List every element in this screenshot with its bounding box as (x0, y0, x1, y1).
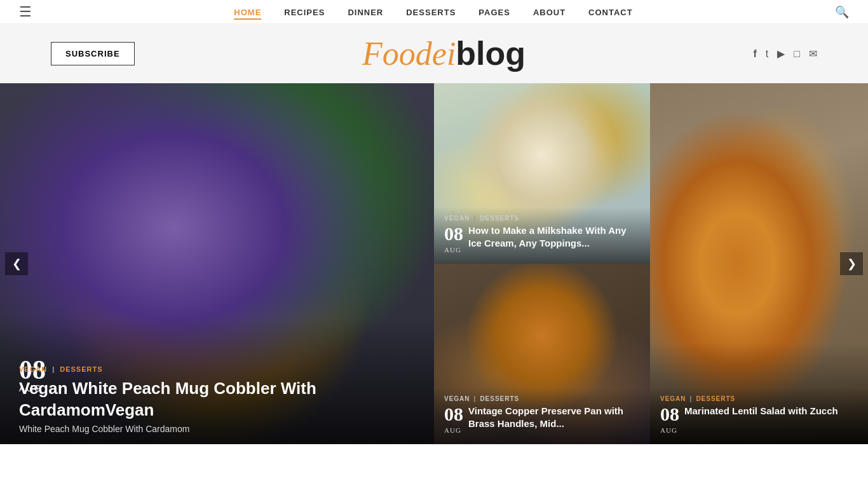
search-icon[interactable]: 🔍 (835, 5, 849, 19)
logo-blog: blog (456, 35, 526, 72)
nav-item-pages[interactable]: PAGES (478, 6, 510, 18)
logo-i: i (447, 36, 456, 72)
main-tag-vegan: VEGAN (19, 365, 47, 373)
right-top-tag-divider: | (474, 215, 477, 222)
social-icons-group: f t ▶ □ ✉ (754, 48, 817, 60)
main-tag-divider: | (52, 365, 55, 373)
right-top-date: 08 AUG How to Make a Milkshake With Any … (444, 224, 640, 254)
right-bottom-tags: VEGAN | DESSERTS (444, 395, 640, 402)
nav-item-dinner[interactable]: DINNER (348, 6, 383, 18)
site-logo: Foodeiblog (362, 37, 526, 71)
far-right-tag-divider: | (690, 395, 693, 402)
right-top-tag-desserts: DESSERTS (480, 215, 519, 222)
site-header: SUBSCRIBE Foodeiblog f t ▶ □ ✉ (0, 24, 868, 83)
main-slide-title[interactable]: Vegan White Peach Mug Cobbler With Carda… (19, 378, 421, 421)
main-slide: 08 AUG VEGAN | DESSERTS Vegan White Peac… (0, 83, 434, 444)
menu-icon[interactable]: ☰ (19, 4, 32, 20)
slider-prev-button[interactable]: ❮ (5, 252, 28, 275)
main-tag-desserts: DESSERTS (60, 365, 102, 373)
main-slide-subtitle: White Peach Mug Cobbler With Cardamom (19, 424, 421, 434)
right-bottom-tag-divider: | (474, 395, 477, 402)
right-bottom-title[interactable]: Vintage Copper Preserve Pan with Brass H… (468, 405, 640, 430)
right-slide-bottom: VEGAN | DESSERTS 08 AUG Vintage Copper P… (434, 264, 650, 444)
nav-item-recipes[interactable]: RECIPES (284, 6, 325, 18)
navbar: ☰ HOME RECIPES DINNER DESSERTS PAGES ABO… (0, 0, 868, 24)
nav-item-home[interactable]: HOME (234, 6, 261, 18)
right-bottom-tag-vegan: VEGAN (444, 395, 470, 402)
right-slides: VEGAN | DESSERTS 08 AUG How to Make a Mi… (434, 83, 650, 444)
youtube-icon[interactable]: ▶ (777, 48, 785, 60)
far-right-tag-desserts: DESSERTS (696, 395, 735, 402)
right-top-info: VEGAN | DESSERTS 08 AUG How to Make a Mi… (434, 207, 650, 264)
right-top-title[interactable]: How to Make a Milkshake With Any Ice Cre… (468, 224, 640, 249)
far-right-title[interactable]: Marinated Lentil Salad with Zucch (684, 405, 838, 417)
far-right-tag-vegan: VEGAN (660, 395, 686, 402)
right-bottom-date-num: 08 AUG (444, 405, 463, 434)
right-top-tag-vegan: VEGAN (444, 215, 470, 222)
instagram-icon[interactable]: □ (794, 48, 800, 60)
main-slide-tags: VEGAN | DESSERTS (19, 365, 421, 373)
nav-item-contact[interactable]: CONTACT (588, 6, 633, 18)
email-icon[interactable]: ✉ (809, 48, 817, 60)
right-top-tags: VEGAN | DESSERTS (444, 215, 640, 222)
right-bottom-info: VEGAN | DESSERTS 08 AUG Vintage Copper P… (434, 388, 650, 444)
nav-item-about[interactable]: ABOUT (533, 6, 566, 18)
hero-slider: ❮ 08 AUG VEGAN | DESSERTS Vegan White Pe… (0, 83, 868, 444)
twitter-icon[interactable]: t (766, 48, 768, 60)
subscribe-button[interactable]: SUBSCRIBE (51, 42, 135, 65)
right-bottom-tag-desserts: DESSERTS (480, 395, 519, 402)
facebook-icon[interactable]: f (754, 48, 757, 60)
far-right-date-num: 08 AUG (660, 405, 679, 434)
nav-item-desserts[interactable]: DESSERTS (406, 6, 456, 18)
right-slide-top: VEGAN | DESSERTS 08 AUG How to Make a Mi… (434, 83, 650, 264)
right-bottom-date: 08 AUG Vintage Copper Preserve Pan with … (444, 405, 640, 434)
far-right-slide: VEGAN | DESSERTS 08 AUG Marinated Lentil… (650, 83, 868, 444)
slider-next-button[interactable]: ❯ (840, 252, 863, 275)
right-top-date-num: 08 AUG (444, 224, 463, 254)
logo-foode: Foode (362, 36, 447, 72)
main-slide-content: VEGAN | DESSERTS Vegan White Peach Mug C… (19, 365, 421, 434)
nav-links: HOME RECIPES DINNER DESSERTS PAGES ABOUT… (234, 6, 632, 18)
far-right-info: VEGAN | DESSERTS 08 AUG Marinated Lentil… (650, 388, 868, 444)
far-right-date: 08 AUG Marinated Lentil Salad with Zucch (660, 405, 858, 434)
far-right-tags: VEGAN | DESSERTS (660, 395, 858, 402)
